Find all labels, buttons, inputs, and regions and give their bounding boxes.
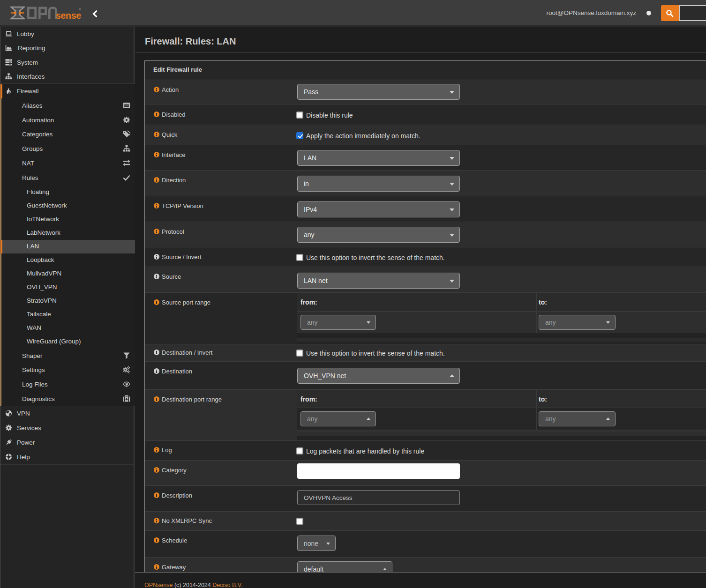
svg-text:sense: sense bbox=[56, 10, 81, 21]
